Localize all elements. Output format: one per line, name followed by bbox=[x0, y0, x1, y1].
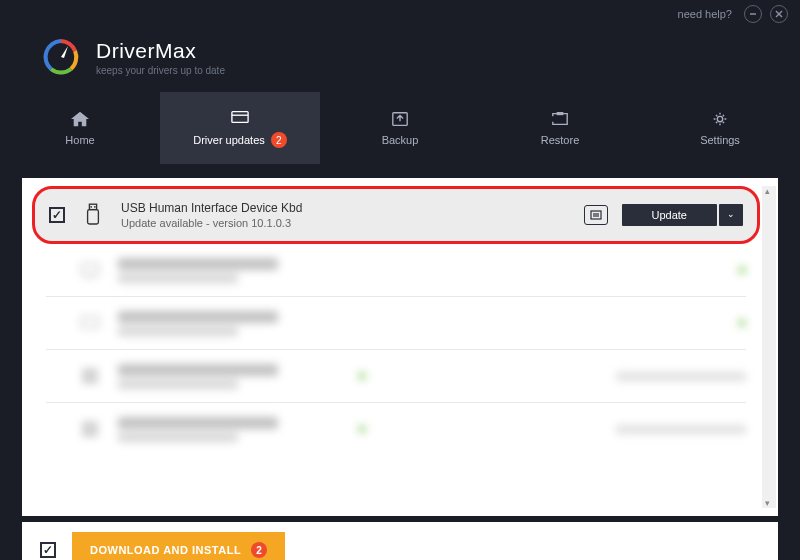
update-button[interactable]: Update bbox=[622, 204, 717, 226]
nav-home[interactable]: Home bbox=[0, 92, 160, 164]
settings-icon bbox=[709, 110, 731, 128]
svg-rect-21 bbox=[83, 377, 89, 383]
svg-rect-23 bbox=[83, 422, 89, 428]
restore-icon bbox=[549, 110, 571, 128]
driver-row: Intel(R) 82801 PCI Bridge - 244E bbox=[32, 403, 760, 455]
windows-icon bbox=[76, 362, 104, 390]
nav-label: Backup bbox=[382, 134, 419, 146]
close-button[interactable] bbox=[770, 5, 788, 23]
driver-list: USB Human Interface Device Kbd Update av… bbox=[22, 178, 778, 516]
details-button[interactable] bbox=[584, 205, 608, 225]
app-subtitle: keeps your drivers up to date bbox=[96, 65, 225, 76]
status-dot bbox=[358, 372, 366, 380]
driver-row-highlighted: USB Human Interface Device Kbd Update av… bbox=[32, 186, 760, 244]
driver-row: NVIDIA GeForce 210 bbox=[32, 244, 760, 296]
download-install-button[interactable]: DOWNLOAD AND INSTALL 2 bbox=[72, 532, 285, 560]
update-dropdown[interactable]: ⌄ bbox=[719, 204, 743, 226]
driver-status: Update available - version 10.1.0.3 bbox=[121, 217, 570, 229]
svg-rect-26 bbox=[91, 430, 97, 436]
backup-icon bbox=[389, 110, 411, 128]
nav-restore[interactable]: Restore bbox=[480, 92, 640, 164]
status-dot bbox=[358, 425, 366, 433]
nav-backup[interactable]: Backup bbox=[320, 92, 480, 164]
bottom-bar: DOWNLOAD AND INSTALL 2 bbox=[22, 522, 778, 560]
svg-rect-16 bbox=[82, 264, 98, 275]
audio-icon bbox=[76, 309, 104, 337]
svg-rect-13 bbox=[591, 211, 601, 219]
app-title: DriverMax bbox=[96, 39, 225, 63]
svg-rect-9 bbox=[89, 204, 96, 209]
windows-icon bbox=[76, 415, 104, 443]
titlebar: need help? bbox=[0, 0, 800, 28]
install-badge: 2 bbox=[251, 542, 267, 558]
select-all-checkbox[interactable] bbox=[40, 542, 56, 558]
updates-icon bbox=[229, 108, 251, 126]
checkbox[interactable] bbox=[49, 207, 65, 223]
nav-label: Restore bbox=[541, 134, 580, 146]
help-link[interactable]: need help? bbox=[678, 8, 732, 20]
svg-rect-24 bbox=[91, 422, 97, 428]
nav-label: Driver updates bbox=[193, 134, 265, 146]
app-header: DriverMax keeps your drivers up to date bbox=[0, 28, 800, 92]
svg-rect-7 bbox=[557, 113, 562, 115]
main-nav: Home Driver updates 2 Backup Restore Set… bbox=[0, 92, 800, 164]
nav-driver-updates[interactable]: Driver updates 2 bbox=[160, 92, 320, 164]
svg-rect-25 bbox=[83, 430, 89, 436]
content-panel: USB Human Interface Device Kbd Update av… bbox=[22, 178, 778, 516]
scrollbar[interactable] bbox=[762, 186, 776, 508]
driver-row: Intel Device bbox=[32, 350, 760, 402]
svg-rect-22 bbox=[91, 377, 97, 383]
svg-rect-12 bbox=[88, 210, 99, 224]
usb-icon bbox=[79, 201, 107, 229]
nav-label: Settings bbox=[700, 134, 740, 146]
monitor-icon bbox=[76, 256, 104, 284]
minimize-button[interactable] bbox=[744, 5, 762, 23]
nav-settings[interactable]: Settings bbox=[640, 92, 800, 164]
svg-rect-18 bbox=[82, 317, 98, 328]
status-dot bbox=[738, 319, 746, 327]
driver-row: High Definition Audio Device bbox=[32, 297, 760, 349]
svg-rect-19 bbox=[83, 369, 89, 375]
install-label: DOWNLOAD AND INSTALL bbox=[90, 544, 241, 556]
svg-rect-20 bbox=[91, 369, 97, 375]
updates-badge: 2 bbox=[271, 132, 287, 148]
home-icon bbox=[69, 110, 91, 128]
driver-name: USB Human Interface Device Kbd bbox=[121, 201, 570, 215]
logo-icon bbox=[40, 36, 82, 78]
svg-point-8 bbox=[717, 116, 722, 121]
status-dot bbox=[738, 266, 746, 274]
svg-rect-4 bbox=[232, 112, 248, 123]
nav-label: Home bbox=[65, 134, 94, 146]
